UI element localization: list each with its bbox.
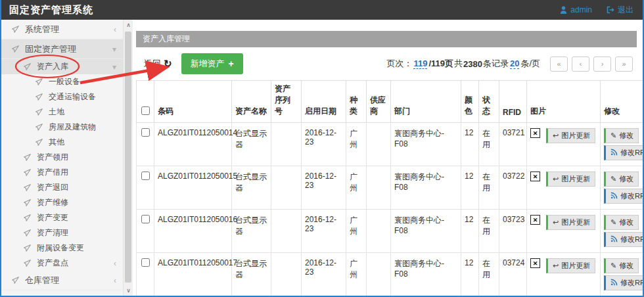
table-row: ALGZ01IT0112050015台式显示器2016-12-23广州寰图商务中… [137,166,644,210]
serial-cell [271,166,302,210]
edit-rfid-button[interactable]: 修改RFID [604,145,644,160]
last-page-button[interactable]: » [615,57,633,72]
scroll-down-icon[interactable]: ∨ [124,285,133,296]
sidebar-item-资产盘点[interactable]: 资产盘点‹ [1,256,123,271]
add-asset-button[interactable]: 新增资产 + [181,53,243,74]
next-page-button[interactable]: › [593,57,611,72]
picture-update-button[interactable]: ↩图片更新 [546,171,595,187]
sidebar-scrollbar[interactable]: ∧ ∨ [123,20,133,296]
category-cell: 广州 [346,210,367,253]
sidebar-item-固定资产管理[interactable]: 固定资产管理▾ [1,39,123,59]
sidebar-item-一般设备[interactable]: 一般设备 [1,74,123,89]
picture-update-button[interactable]: ↩图片更新 [546,128,595,143]
category-cell: 广州 [346,253,367,296]
current-page-link[interactable]: 119 [413,58,427,69]
color-cell: 12 [461,253,479,296]
serial-cell [271,210,302,253]
edit-label: 修改 [619,261,633,271]
row-checkbox[interactable] [141,258,150,267]
add-asset-label: 新增资产 [191,58,225,70]
prev-page-button[interactable]: ‹ [572,57,589,72]
sidebar-item-label: 房屋及建筑物 [49,122,96,133]
sidebar-item-label: 附属设备变更 [37,242,84,254]
sidebar-item-label: 资产变更 [37,212,68,223]
sidebar-item-交通运输设备[interactable]: 交通运输设备 [1,89,123,104]
row-checkbox-cell [137,253,154,296]
sidebar-item-label: 一般设备 [49,76,80,87]
picture-update-button[interactable]: ↩图片更新 [546,258,595,273]
column-header-启用日期: 启用日期 [302,81,346,123]
scroll-up-icon[interactable]: ∧ [124,20,133,30]
edit-button[interactable]: ✎修改 [604,171,639,187]
asset-table-body: ALGZ01IT0112050014台式显示器2016-12-23广州寰图商务中… [137,123,644,297]
edit-rfid-button[interactable]: 修改RFID [604,232,644,247]
picture-cell-content: ✕↩图片更新 [530,258,597,273]
per-page-link[interactable]: 20 [510,58,519,69]
column-header-修改: 修改 [601,81,644,123]
nav-arrow-icon [24,244,33,252]
header-checkbox-cell [137,81,154,123]
logout-label: 退出 [618,5,633,16]
sidebar-item-资产退回[interactable]: 资产退回 [1,180,123,195]
rfid-cell: 03722 [499,166,527,210]
edit-button[interactable]: ✎修改 [604,215,639,230]
edit-rfid-button[interactable]: 修改RFID [604,189,644,204]
logout-link[interactable]: 退出 [607,5,633,16]
logout-icon [607,6,614,14]
edit-label: 修改 [619,131,633,141]
edit-icon: ✎ [610,131,616,140]
category-cell: 广州 [346,166,367,210]
first-page-button[interactable]: « [550,57,568,72]
user-icon [560,6,567,14]
back-button[interactable]: 返回 ↻ [144,58,172,70]
select-all-checkbox[interactable] [141,106,150,115]
sidebar-item-土地[interactable]: 土地 [1,104,123,120]
sidebar-item-资产入库[interactable]: 资产入库▾ [1,59,123,74]
nav-arrow-icon [24,154,33,162]
status-cell: 在用 [479,166,499,210]
edit-button[interactable]: ✎修改 [604,128,639,143]
start-date-cell: 2016-12-23 [302,166,346,210]
user-menu[interactable]: admin [560,5,592,14]
panel-title: 资产入库管理 [136,31,637,47]
nav-arrow-icon [24,63,33,71]
status-cell: 在用 [479,253,499,296]
row-checkbox[interactable] [141,171,150,180]
sidebar-item-label: 仓库管理 [25,275,59,286]
asset-name-cell: 台式显示器 [232,210,271,253]
sidebar: 系统管理‹固定资产管理▾资产入库▾一般设备交通运输设备土地房屋及建筑物其他资产领… [1,20,133,296]
scrollbar-thumb[interactable] [125,32,131,283]
column-header-状态: 状态 [479,81,499,123]
app-title: 固定资产管理系统 [9,4,93,16]
picture-update-button[interactable]: ↩图片更新 [546,215,595,230]
picture-update-label: 图片更新 [561,131,590,141]
edit-button[interactable]: ✎修改 [604,258,639,273]
nav-arrow-icon [24,199,33,207]
sidebar-item-资产变更[interactable]: 资产变更 [1,210,123,225]
rfid-cell: 03721 [499,123,527,166]
sidebar-item-附属设备变更[interactable]: 附属设备变更 [1,240,123,256]
sidebar-item-资产清理[interactable]: 资产清理 [1,225,123,240]
row-checkbox[interactable] [141,215,150,223]
collapse-chevron-icon: ▾ [112,62,116,72]
sidebar-item-仓库管理[interactable]: 仓库管理‹ [1,271,123,290]
pager-buttons: «‹›» [550,57,633,72]
sidebar-item-资产维修[interactable]: 资产维修 [1,195,123,210]
main-panel: 资产入库管理 返回 ↻ 新增资产 + 页次： 119 /119页 共 2380 … [136,31,637,296]
row-checkbox[interactable] [141,128,150,137]
department-cell: 寰图商务中心-F08 [391,166,461,210]
sidebar-item-其他[interactable]: 其他 [1,135,123,150]
sidebar-item-资产借用[interactable]: 资产借用 [1,165,123,180]
actions-stack: ✎修改修改RFID [604,215,644,247]
asset-name-cell: 台式显示器 [232,166,271,210]
back-button-label: 返回 [144,58,161,70]
sidebar-item-label: 固定资产管理 [25,43,76,55]
row-checkbox-cell [137,166,154,210]
sidebar-item-资产领用[interactable]: 资产领用 [1,150,123,165]
edit-rfid-button[interactable]: 修改RFID [604,275,644,290]
sidebar-item-系统管理[interactable]: 系统管理‹ [1,20,123,39]
actions-cell: ✎修改修改RFID [601,123,644,166]
rfid-cell: 03724 [499,253,527,296]
sidebar-item-房屋及建筑物[interactable]: 房屋及建筑物 [1,120,123,135]
nav-arrow-icon [35,78,45,86]
